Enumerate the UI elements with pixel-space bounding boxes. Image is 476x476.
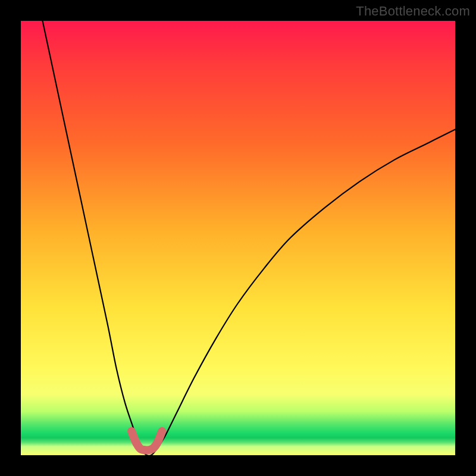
bottleneck-curve	[43, 21, 456, 456]
plot-area	[21, 21, 455, 455]
watermark-text: TheBottleneck.com	[356, 4, 470, 19]
chart-frame: TheBottleneck.com	[0, 0, 476, 476]
curve-layer	[21, 21, 455, 455]
highlight-bottom-u	[131, 431, 162, 450]
